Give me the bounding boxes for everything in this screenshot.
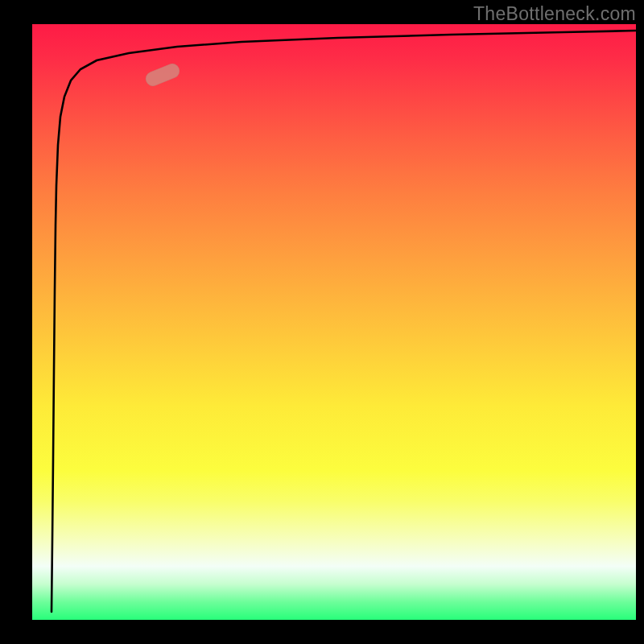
bottleneck-curve	[52, 31, 636, 612]
chart-stage: TheBottleneck.com	[0, 0, 644, 644]
curve-svg	[32, 24, 636, 620]
plot-area	[32, 24, 636, 620]
watermark-label: TheBottleneck.com	[473, 3, 636, 25]
